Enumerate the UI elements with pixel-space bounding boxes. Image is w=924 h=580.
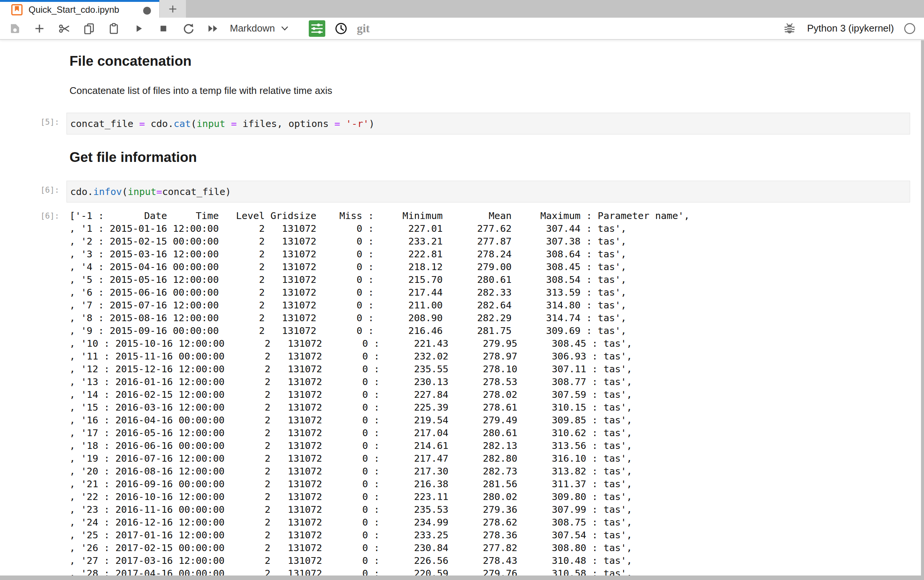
sliders-icon [309, 20, 325, 37]
chevron-down-icon [281, 26, 288, 31]
notebook-file-icon [11, 4, 23, 15]
kernel-status-circle[interactable] [904, 23, 916, 35]
notebook-toolbar: Markdown git Python 3 (ipykernel) [0, 18, 924, 40]
plus-icon [168, 4, 178, 14]
copy-icon [83, 23, 95, 34]
restart-kernel-button[interactable] [183, 23, 194, 34]
copy-cells-button[interactable] [83, 23, 95, 34]
code-line: cdo.infov(input=concat_file) [67, 186, 231, 197]
add-cell-button[interactable] [34, 23, 45, 34]
cut-cells-button[interactable] [59, 23, 70, 34]
output-text-infov: ['-1 : Date Time Level Gridsize Miss : M… [69, 209, 690, 575]
execute-time-button[interactable] [334, 22, 348, 35]
interrupt-kernel-button[interactable] [158, 23, 169, 34]
kernel-name[interactable]: Python 3 (ipykernel) [807, 23, 894, 34]
run-icon [133, 23, 144, 34]
plus-icon [34, 23, 45, 34]
clipboard-icon [108, 23, 119, 34]
code-cell-input-6[interactable]: cdo.infov(input=concat_file) [66, 181, 910, 203]
clock-icon [334, 22, 348, 35]
cell-tags-toolbar-button[interactable] [309, 20, 325, 37]
new-tab-button[interactable] [160, 0, 186, 18]
vertical-scrollbar[interactable] [921, 40, 924, 580]
tab-title: Quick_Start_cdo.ipynb [28, 5, 119, 15]
code-cell-input-5[interactable]: concat_file = cdo.cat(input = ifiles, op… [66, 113, 910, 135]
horizontal-scrollbar[interactable] [0, 575, 924, 580]
restart-run-all-button[interactable] [208, 23, 219, 34]
scissors-icon [59, 23, 70, 35]
unsaved-dot-indicator [143, 7, 151, 15]
save-button[interactable] [9, 23, 20, 34]
cell-type-value: Markdown [230, 23, 275, 34]
markdown-paragraph: Concatenate list of files into a temp fi… [69, 85, 332, 97]
input-prompt-5: [5]: [36, 118, 59, 127]
stop-icon [158, 23, 169, 34]
markdown-heading-file-concatenation: File concatenation [69, 53, 191, 69]
code-line: concat_file = cdo.cat(input = ifiles, op… [67, 118, 374, 129]
run-cell-button[interactable] [133, 23, 144, 34]
save-icon [9, 23, 20, 34]
output-prompt-6: [6]: [36, 211, 59, 221]
tab-notebook[interactable]: Quick_Start_cdo.ipynb [0, 0, 159, 18]
git-toolbar-button[interactable]: git [357, 22, 370, 35]
tab-bar: Quick_Start_cdo.ipynb [0, 0, 924, 18]
refresh-icon [183, 23, 194, 34]
markdown-heading-get-file-information: Get file information [69, 150, 197, 165]
debugger-bug-icon[interactable] [784, 23, 795, 35]
input-prompt-6: [6]: [36, 186, 59, 194]
cell-type-dropdown[interactable]: Markdown [230, 23, 288, 34]
paste-cells-button[interactable] [108, 23, 119, 34]
fast-forward-icon [208, 23, 219, 35]
